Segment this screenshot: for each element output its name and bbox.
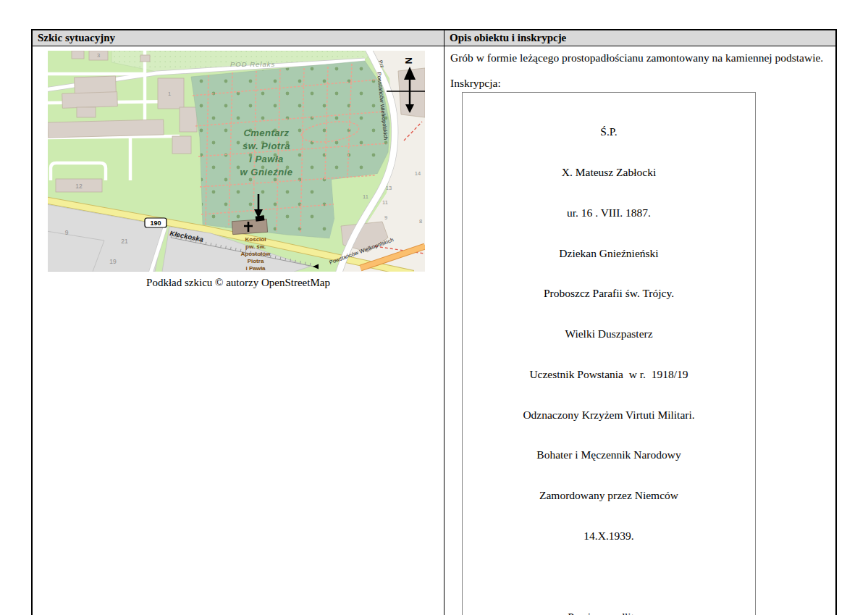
description-cell: Opis obiektu i inskrypcje Grób w formie … <box>444 30 835 615</box>
church-name-line: pw. św. <box>245 243 266 250</box>
map-container: POD Relaks Cmentarz św. Piotra i Pawła w… <box>48 51 444 275</box>
sketch-header: Szkic sytuacyjny <box>33 30 444 46</box>
sketch-cell: Szkic sytuacyjny <box>33 30 444 615</box>
church-building <box>232 219 267 234</box>
situational-sketch-map: POD Relaks Cmentarz św. Piotra i Pawła w… <box>48 51 425 272</box>
inscription-line: Bohater i Męczennik Narodowy <box>465 448 752 462</box>
map-attribution-caption: Podkład szkicu © autorzy OpenStreetMap <box>33 277 444 289</box>
inscription-line: Proboszcz Parafii św. Trójcy. <box>465 287 752 301</box>
plot-number: 3 <box>97 52 100 59</box>
plot-number: 12 <box>75 183 83 190</box>
plot-number: 13 <box>386 185 392 191</box>
cemetery-name-line: w Gnieźnie <box>240 167 293 177</box>
description-header: Opis obiektu i inskrypcje <box>444 30 835 46</box>
plot-number: 11 <box>382 199 388 206</box>
cemetery-name-line: św. Piotra <box>243 141 290 151</box>
plot-number: 14 <box>415 170 421 177</box>
inscription-line: Prosi o modlitwę. <box>465 611 752 615</box>
church-name-line: Apostołów <box>241 251 271 257</box>
row-sketch-description: Szkic sytuacyjny <box>33 30 835 615</box>
description-body: Grób w formie leżącego prostopadłościanu… <box>444 46 835 615</box>
route-190-text: 190 <box>150 219 161 227</box>
cemetery-record-card: Szkic sytuacyjny <box>31 29 837 615</box>
inscription-box: Ś.P. X. Mateusz Zabłocki ur. 16 . VIII. … <box>462 92 756 615</box>
cemetery-name-line: i Pawła <box>249 154 284 164</box>
allotments-label: POD Relaks <box>230 60 275 68</box>
north-letter: N <box>403 57 414 64</box>
inscription-line: ur. 16 . VIII. 1887. <box>465 206 752 220</box>
description-intro: Grób w formie leżącego prostopadłościanu… <box>450 51 830 64</box>
plot-number: 21 <box>121 238 128 245</box>
plot-number: 1 <box>168 91 171 97</box>
inscription-line: Uczestnik Powstania w r. 1918/19 <box>465 368 752 382</box>
inscription-line: Dziekan Gnieźnieński <box>465 247 752 261</box>
inscription-line: X. Mateusz Zabłocki <box>465 166 752 180</box>
inscription-line: Odznaczony Krzyżem Virtuti Militari. <box>465 409 752 422</box>
church-name-line: i Pawła <box>245 265 266 272</box>
inscription-line: 14.X.1939. <box>465 530 752 543</box>
plot-number: 19 <box>109 258 117 265</box>
inscription-line: Ś.P. <box>465 125 752 139</box>
church-name-line: Piotra <box>248 258 264 264</box>
plot-number: 9 <box>65 229 69 236</box>
plot-number: 9 <box>384 214 387 221</box>
inscription-label: Inskrypcja: <box>450 77 830 90</box>
cemetery-name-line: Cmentarz <box>243 127 289 138</box>
plot-number: 11 <box>363 193 368 200</box>
plot-number: 8 <box>419 218 422 225</box>
inscription-line: Zamordowany przez Niemców <box>465 489 752 503</box>
church-name-line: Kościół <box>245 236 267 243</box>
inscription-line <box>465 570 752 584</box>
route-190-badge: 190 <box>145 218 167 227</box>
inscription-line: Wielki Duszpasterz <box>465 327 752 341</box>
